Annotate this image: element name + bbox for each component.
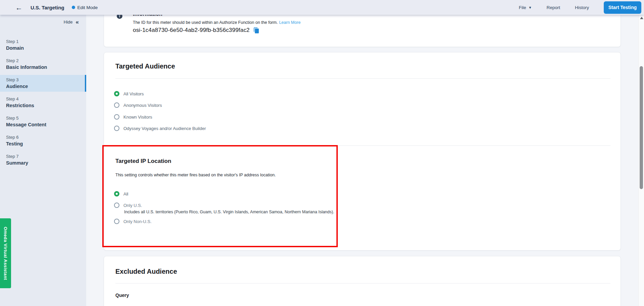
step-number: Step 7 bbox=[6, 154, 86, 159]
edit-mode-badge: Edit Mode bbox=[72, 5, 98, 10]
step-label: Restrictions bbox=[6, 103, 86, 108]
meter-id-row: osi-1c4a8730-6e50-4ab2-99fb-b356c399fac2 bbox=[133, 27, 260, 34]
step-number: Step 5 bbox=[6, 116, 86, 121]
divider bbox=[115, 145, 610, 146]
sidebar-item-testing[interactable]: Step 6 Testing bbox=[0, 132, 86, 149]
radio-icon[interactable] bbox=[114, 102, 119, 108]
sidebar-item-restrictions[interactable]: Step 4 Restrictions bbox=[0, 94, 86, 111]
radio-option-known-visitors[interactable]: Known Visitors bbox=[114, 114, 152, 120]
radio-option-anonymous-visitors[interactable]: Anonymous Visitors bbox=[114, 102, 162, 108]
steps-sidebar: Hide « Step 1 Domain Step 2 Basic Inform… bbox=[0, 15, 86, 306]
information-description-text: The ID for this meter should be used wit… bbox=[133, 20, 278, 25]
file-menu[interactable]: File ▼ bbox=[519, 5, 532, 10]
copy-icon[interactable] bbox=[253, 27, 260, 34]
only-us-note: Includes all U.S. territories (Puerto Ri… bbox=[124, 210, 334, 214]
radio-selected-icon[interactable] bbox=[114, 91, 119, 96]
edit-mode-label: Edit Mode bbox=[77, 5, 98, 10]
learn-more-link[interactable]: Learn More bbox=[279, 20, 301, 25]
file-menu-label: File bbox=[519, 5, 526, 10]
history-menu[interactable]: History bbox=[575, 5, 589, 10]
hide-sidebar-button[interactable]: Hide « bbox=[0, 15, 86, 25]
page-title: U.S. Targeting bbox=[31, 5, 64, 10]
chevron-down-icon: ▼ bbox=[529, 6, 532, 9]
start-testing-button[interactable]: Start Testing bbox=[604, 1, 641, 14]
divider bbox=[115, 283, 610, 283]
vertical-scrollbar[interactable] bbox=[638, 15, 644, 306]
targeted-audience-heading: Targeted Audience bbox=[115, 62, 175, 70]
edit-mode-dot-icon bbox=[72, 6, 75, 9]
excluded-audience-heading: Excluded Audience bbox=[115, 268, 177, 275]
step-label: Audience bbox=[6, 84, 85, 89]
radio-option-only-non-us[interactable]: Only Non-U.S. bbox=[114, 218, 152, 225]
step-label: Basic Information bbox=[6, 64, 86, 70]
sidebar-item-summary[interactable]: Step 7 Summary bbox=[0, 151, 86, 168]
step-label: Summary bbox=[6, 160, 86, 166]
radio-selected-icon[interactable] bbox=[114, 191, 119, 196]
radio-option-label: Anonymous Visitors bbox=[123, 103, 162, 108]
targeted-ip-heading: Targeted IP Location bbox=[115, 158, 171, 165]
sidebar-item-message-content[interactable]: Step 5 Message Content bbox=[0, 113, 86, 130]
sidebar-item-basic-information[interactable]: Step 2 Basic Information bbox=[0, 56, 86, 73]
radio-icon[interactable] bbox=[114, 114, 119, 120]
radio-icon[interactable] bbox=[114, 219, 119, 224]
step-number: Step 3 bbox=[6, 77, 85, 82]
step-number: Step 6 bbox=[6, 135, 86, 140]
information-description: The ID for this meter should be used wit… bbox=[133, 20, 301, 25]
steps-list: Step 1 Domain Step 2 Basic Information S… bbox=[0, 37, 86, 168]
hide-label: Hide bbox=[64, 19, 73, 25]
scroll-up-arrow-icon[interactable] bbox=[640, 17, 643, 19]
radio-option-label: Only U.S. bbox=[123, 203, 142, 208]
virtual-assistant-tab[interactable]: Omeda Virtual Assistant bbox=[0, 218, 11, 288]
collapse-double-chevron-icon: « bbox=[76, 19, 79, 25]
main-content: i Information The ID for this meter shou… bbox=[86, 0, 638, 306]
sidebar-item-domain[interactable]: Step 1 Domain bbox=[0, 37, 86, 53]
excluded-audience-card: Excluded Audience Query bbox=[104, 256, 621, 306]
app-screen: ← U.S. Targeting Edit Mode File ▼ Report… bbox=[0, 0, 644, 306]
scrollbar-thumb[interactable] bbox=[640, 66, 643, 189]
radio-icon[interactable] bbox=[114, 203, 119, 208]
targeted-audience-card: Targeted Audience All Visitors Anonymous… bbox=[104, 52, 621, 251]
step-label: Message Content bbox=[6, 122, 86, 127]
step-number: Step 2 bbox=[6, 58, 86, 63]
step-label: Domain bbox=[6, 45, 86, 51]
step-number: Step 1 bbox=[6, 39, 86, 44]
radio-option-label: All bbox=[123, 191, 128, 196]
radio-option-only-us[interactable]: Only U.S. bbox=[114, 202, 142, 209]
back-arrow-icon[interactable]: ← bbox=[15, 4, 22, 11]
radio-option-label: Known Visitors bbox=[123, 115, 152, 120]
radio-option-ip-all[interactable]: All bbox=[114, 190, 128, 197]
radio-option-odyssey-voyages[interactable]: Odyssey Voyages and/or Audience Builder bbox=[114, 125, 206, 132]
divider bbox=[115, 78, 610, 79]
query-label: Query bbox=[115, 293, 129, 298]
radio-option-all-visitors[interactable]: All Visitors bbox=[114, 90, 144, 97]
radio-icon[interactable] bbox=[114, 126, 119, 131]
report-menu[interactable]: Report bbox=[546, 5, 560, 10]
radio-option-label: All Visitors bbox=[123, 91, 144, 96]
sidebar-item-audience[interactable]: Step 3 Audience bbox=[0, 75, 86, 92]
radio-option-label: Only Non-U.S. bbox=[123, 219, 152, 224]
meter-id-value: osi-1c4a8730-6e50-4ab2-99fb-b356c399fac2 bbox=[133, 27, 250, 34]
step-number: Step 4 bbox=[6, 96, 86, 101]
topbar-actions: File ▼ Report History Start Testing bbox=[519, 1, 644, 14]
step-label: Testing bbox=[6, 141, 86, 146]
top-bar: ← U.S. Targeting Edit Mode File ▼ Report… bbox=[0, 0, 644, 15]
radio-option-label: Odyssey Voyages and/or Audience Builder bbox=[123, 126, 206, 131]
virtual-assistant-label: Omeda Virtual Assistant bbox=[3, 227, 8, 280]
targeted-ip-description: This setting controls whether this meter… bbox=[115, 173, 276, 177]
